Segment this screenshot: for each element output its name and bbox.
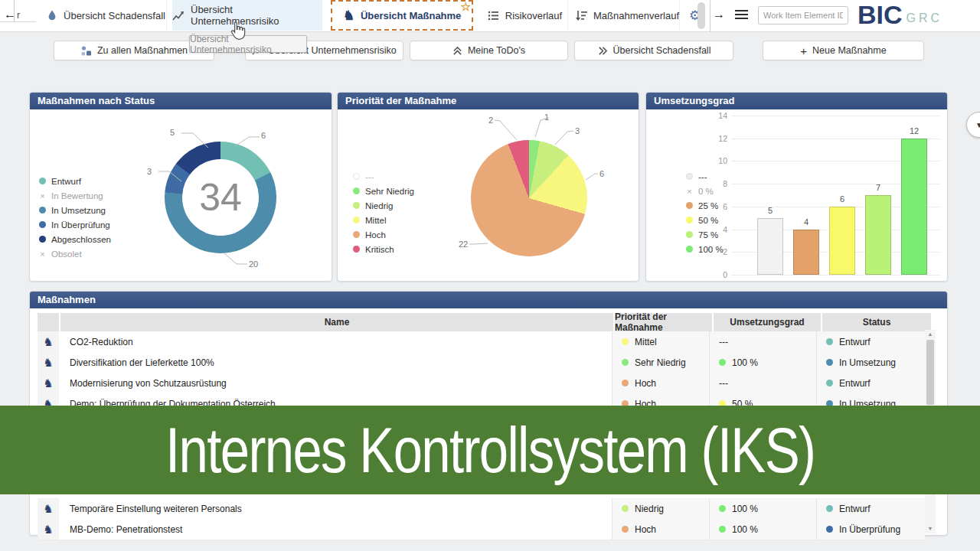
table-header: Name Priorität der Maßnahme Umsetzungsgr… — [38, 313, 931, 331]
y-tick: 8 — [707, 179, 727, 188]
legend-dot — [39, 221, 46, 228]
slice-value-label: 3 — [575, 126, 580, 135]
status-dot — [826, 359, 833, 366]
legend-item[interactable]: Abgeschlossen — [39, 232, 111, 246]
legend-dot — [353, 217, 360, 223]
list-icon — [488, 10, 499, 21]
tab-label: Übersicht Maßnahme — [361, 10, 461, 21]
legend-item[interactable]: Hoch — [353, 227, 414, 242]
legend-dot — [39, 207, 46, 214]
legend-item-disabled[interactable]: ×Obsolet — [39, 246, 111, 261]
legend-x-icon: × — [39, 249, 46, 259]
menu-icon[interactable] — [735, 10, 748, 21]
legend-item[interactable]: In Umsetzung — [39, 203, 111, 217]
legend-item[interactable]: Entwurf — [39, 174, 111, 188]
priority-legend: --- Sehr Niedrig Niedrig Mittel Hoch Kri… — [353, 169, 414, 256]
legend-dot — [686, 217, 693, 223]
legend-item[interactable]: Sehr Niedrig — [353, 184, 414, 198]
bic-grc-dashboard: ← r Übersicht Schadensfall Übersicht Unt… — [0, 0, 980, 551]
bar-value-label: 4 — [793, 217, 819, 227]
neue-massnahme-button[interactable]: + Neue Maßnahme — [763, 41, 924, 60]
logo-secondary: GRC — [906, 8, 943, 28]
tabs-scroll-right-icon[interactable]: → — [713, 8, 725, 21]
tab-uebersicht-schadensfall[interactable]: Übersicht Schadensfall — [46, 0, 167, 31]
tab-uebersicht-massnahme-active[interactable]: ♞ Übersicht Maßnahme ☆ — [331, 0, 473, 31]
legend-item-disabled[interactable]: ×In Bewertung — [39, 188, 111, 203]
legend-item[interactable]: Kritisch — [353, 242, 414, 256]
legend-dot — [353, 202, 360, 209]
progress-dot — [719, 359, 726, 366]
slice-value-label: 1 — [544, 112, 549, 122]
status-legend: Entwurf ×In Bewertung In Umsetzung In Üb… — [39, 174, 111, 261]
slice-value-label: 5 — [170, 128, 175, 137]
legend-item[interactable]: --- — [353, 169, 414, 184]
status-dot — [826, 526, 833, 533]
gridline — [732, 116, 940, 116]
work-item-id-input[interactable] — [758, 6, 848, 24]
bar-value-label: 7 — [865, 183, 891, 192]
droplet-icon — [47, 9, 57, 21]
legend-dot — [39, 178, 46, 184]
button-label: Neue Maßnahme — [812, 45, 887, 56]
uebersicht-schadensfall-button[interactable]: Übersicht Schadensfall — [574, 41, 733, 60]
knight-icon: ♞ — [43, 335, 53, 348]
slice-value-label: 22 — [459, 240, 468, 249]
clipped-tab-label: r — [17, 9, 20, 21]
button-label: Zu allen Maßnahmen — [97, 45, 188, 56]
scrollbar-thumb[interactable] — [926, 340, 934, 405]
legend-item[interactable]: In Überprüfung — [39, 217, 111, 232]
double-chevron-right-icon — [597, 46, 608, 56]
priority-dot — [622, 338, 629, 345]
table-row[interactable]: ♞ Modernisierung von Schutzausrüstung Ho… — [38, 373, 925, 394]
tooltip: Übersicht Unternehmensrisiko — [189, 35, 307, 53]
slice-value-label: 6 — [261, 131, 266, 140]
trend-icon — [172, 10, 185, 21]
favorite-star-icon[interactable]: ☆ — [461, 1, 471, 12]
knight-icon: ♞ — [43, 502, 53, 515]
progress-dot — [719, 526, 726, 533]
panel-prioritaet-der-massnahme: Priorität der Maßnahme --- Sehr Niedrig … — [337, 92, 639, 282]
header-umsetzungsgrad[interactable]: Umsetzungsgrad — [714, 313, 821, 331]
collapse-panel-button[interactable]: ▼ — [966, 112, 980, 138]
legend-dot — [39, 236, 46, 243]
y-tick: 12 — [707, 134, 727, 143]
tab-risikoverlauf[interactable]: Risikoverlauf — [482, 0, 568, 31]
panel-title: Umsetzungsgrad — [646, 93, 947, 109]
banner-text: Internes Kontrollsystem (IKS) — [165, 413, 815, 487]
header-status[interactable]: Status — [822, 313, 931, 331]
status-dot — [826, 505, 833, 512]
status-dot — [826, 380, 833, 386]
header-icon-column[interactable] — [38, 313, 59, 331]
table-row[interactable]: ♞ Temporäre Einstellung weiteren Persona… — [38, 498, 925, 520]
tab-uebersicht-unternehmensrisiko[interactable]: Übersicht Unternehmensrisiko — [172, 0, 322, 31]
tab-massnahmenverlauf[interactable]: Maßnahmenverlauf — [576, 0, 680, 31]
bar-75-percent — [865, 195, 891, 275]
priority-dot — [622, 526, 629, 533]
table-row[interactable]: ♞ MB-Demo: Penetrationstest Hoch 100 % I… — [38, 519, 925, 540]
scroll-down-icon[interactable]: ▼ — [925, 524, 936, 533]
scroll-up-icon[interactable]: ▲ — [925, 330, 936, 339]
donut-total: 34 — [182, 159, 259, 236]
double-chevron-up-icon — [452, 45, 462, 56]
priority-dot — [622, 505, 629, 512]
legend-dot — [686, 231, 693, 238]
sort-down-icon — [576, 10, 587, 21]
button-label: Übersicht Schadensfall — [613, 45, 711, 56]
legend-item[interactable]: Mittel — [353, 213, 414, 227]
legend-dot — [353, 246, 360, 253]
panel-title: Maßnahmen nach Status — [30, 93, 332, 109]
legend-dot — [686, 246, 693, 253]
legend-item[interactable]: Niedrig — [353, 198, 414, 213]
legend-dot — [353, 231, 360, 238]
iks-title-banner: Internes Kontrollsystem (IKS) — [0, 406, 980, 494]
tabs-scrollbar-thumb[interactable] — [697, 2, 705, 29]
divider — [710, 0, 710, 31]
legend-dot — [353, 173, 360, 180]
table-row[interactable]: ♞ Diversifikation der Lieferkette 100% S… — [38, 352, 925, 373]
table-row[interactable]: ♞ CO2-Reduktion Mittel --- Entwurf — [38, 331, 925, 353]
y-tick: 6 — [707, 202, 727, 211]
header-name[interactable]: Name — [60, 313, 613, 331]
priority-dot — [622, 359, 629, 366]
meine-todos-button[interactable]: Meine ToDo's — [410, 41, 568, 60]
header-prioritaet[interactable]: Priorität der Maßnahme — [615, 313, 712, 331]
